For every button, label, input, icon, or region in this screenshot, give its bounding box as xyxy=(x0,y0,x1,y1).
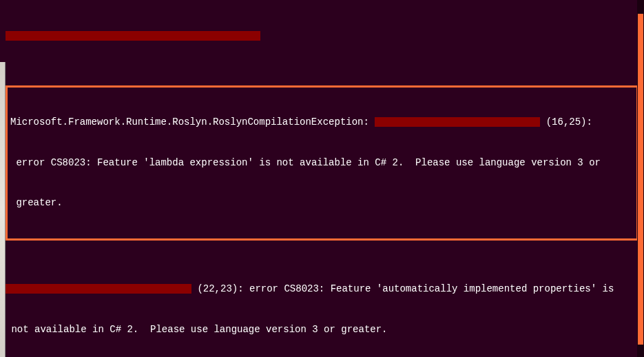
stack-text: (22,23): error CS8023: Feature 'automati… xyxy=(191,283,614,294)
stack-line: not available in C# 2. Please use langua… xyxy=(6,323,638,337)
stack-line: (22,23): error CS8023: Feature 'automati… xyxy=(6,283,638,296)
redacted-block xyxy=(6,284,191,294)
terminal-output: Microsoft.Framework.Runtime.Roslyn.Rosly… xyxy=(6,3,638,357)
redacted-block xyxy=(6,31,260,41)
error-text-part2: (16,25): xyxy=(540,116,592,127)
error-line-1: Microsoft.Framework.Runtime.Roslyn.Rosly… xyxy=(10,116,634,130)
error-line-3: greater. xyxy=(10,196,634,210)
terminal-scrollbar[interactable] xyxy=(637,0,644,357)
window-edge-left xyxy=(0,62,6,357)
redacted-block xyxy=(375,117,540,127)
scrollbar-thumb[interactable] xyxy=(638,14,643,345)
error-text-part1: Microsoft.Framework.Runtime.Roslyn.Rosly… xyxy=(10,116,375,127)
highlighted-error-box: Microsoft.Framework.Runtime.Roslyn.Rosly… xyxy=(6,85,638,241)
redacted-line-top xyxy=(6,30,638,43)
error-line-2: error CS8023: Feature 'lambda expression… xyxy=(10,156,634,170)
